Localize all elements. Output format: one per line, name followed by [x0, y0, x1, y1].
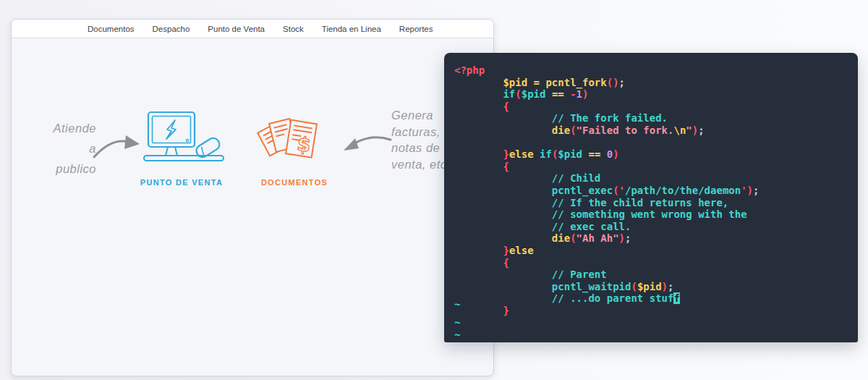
- pos-monitor-icon: [142, 109, 229, 166]
- code-line: {: [454, 101, 848, 113]
- code-line: // exec call.: [454, 221, 848, 233]
- vim-tilde: ~: [454, 298, 460, 311]
- note-line: publico: [46, 159, 96, 179]
- code-line: // ...do parent stuff: [454, 292, 848, 305]
- documents-label: DOCUMENTOS: [251, 178, 338, 187]
- documents-icon: $: [255, 111, 331, 187]
- note-line: a: [46, 138, 96, 159]
- logo-bolt-icon: [166, 120, 176, 139]
- nav-item-punto-de-venta[interactable]: Punto de Venta: [208, 25, 265, 33]
- code-line: ~: [454, 329, 848, 341]
- top-navigation: DocumentosDespachoPunto de VentaStockTie…: [12, 20, 493, 38]
- nav-item-tienda-en-linea[interactable]: Tienda en Linea: [322, 25, 381, 33]
- nav-item-documentos[interactable]: Documentos: [88, 25, 135, 33]
- code-line: pcntl_waitpid($pid);: [454, 281, 848, 293]
- code-line: die("Ah Ah");: [454, 232, 848, 245]
- app-window: DocumentosDespachoPunto de VentaStockTie…: [11, 19, 494, 376]
- code-line: die("Failed to fork.\n");: [454, 124, 848, 137]
- code-line: }else: [454, 245, 848, 257]
- code-line: if($pid == -1): [454, 88, 848, 101]
- code-line: // Child: [454, 172, 848, 185]
- code-line: // The fork failed.: [454, 112, 848, 124]
- handwritten-note-left: Atiendeapublico: [46, 118, 96, 179]
- curved-arrow-right-icon: [343, 133, 393, 159]
- code-line: ~: [454, 316, 848, 329]
- code-line: // Parent: [454, 269, 848, 281]
- code-line: $pid = pcntl_fork();: [454, 77, 848, 89]
- curved-arrow-left-icon: [91, 132, 142, 163]
- code-line: {: [454, 161, 848, 173]
- code-line: // something went wrong with the: [454, 208, 848, 221]
- code-line: [454, 137, 848, 149]
- code-line: ~ }: [454, 305, 848, 317]
- nav-item-stock[interactable]: Stock: [283, 25, 304, 33]
- nav-item-reportes[interactable]: Reportes: [399, 25, 433, 33]
- code-line: }else if($pid == 0): [454, 148, 848, 161]
- code-editor-panel: <?php $pid = pcntl_fork(); if($pid == -1…: [444, 53, 858, 342]
- php-code: <?php $pid = pcntl_fork(); if($pid == -1…: [454, 64, 848, 341]
- code-line: // If the child returns here,: [454, 197, 848, 209]
- code-line: pcntl_exec('/path/to/the/daemon');: [454, 185, 848, 197]
- pos-label: PUNTO DE VENTA: [138, 178, 225, 187]
- code-line: {: [454, 257, 848, 269]
- note-line: Atiende: [46, 118, 96, 138]
- nav-item-despacho[interactable]: Despacho: [153, 25, 190, 33]
- code-line: <?php: [454, 64, 848, 77]
